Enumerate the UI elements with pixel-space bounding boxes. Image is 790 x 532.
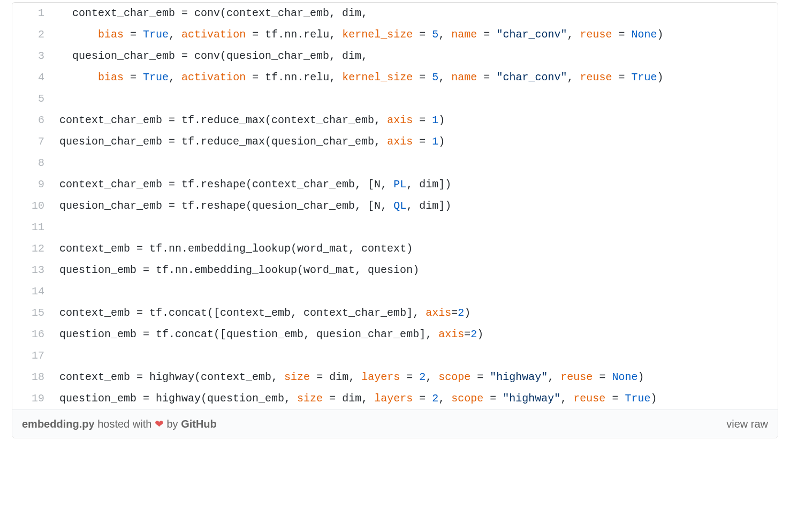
code-token: [477, 71, 483, 83]
code-token: "char_conv": [496, 28, 567, 41]
code-token: context_emb: [59, 307, 136, 319]
code-token: [323, 392, 329, 405]
code-token: name: [451, 28, 477, 41]
filename-link[interactable]: embedding.py: [22, 418, 95, 430]
code-token: =: [419, 28, 426, 41]
code-token: tf.concat([question_emb, quesion_char_em…: [149, 328, 438, 340]
code-token: ,: [169, 28, 181, 41]
line-number[interactable]: 15: [12, 302, 52, 324]
code-cell: question_emb = tf.nn.embedding_lookup(wo…: [52, 260, 778, 281]
code-token: =: [130, 71, 136, 83]
code-token: ,: [169, 71, 181, 83]
line-number[interactable]: 5: [12, 88, 52, 110]
code-cell: question_emb = tf.concat([question_emb, …: [52, 324, 778, 345]
code-token: True: [625, 392, 650, 405]
code-token: =: [316, 371, 323, 383]
code-token: 2: [470, 328, 477, 340]
code-token: tf.reduce_max(context_char_emb,: [175, 114, 387, 126]
code-token: ,: [560, 392, 573, 405]
code-token: [483, 371, 490, 383]
code-token: =: [252, 71, 259, 83]
line-number[interactable]: 17: [12, 345, 52, 367]
code-token: =: [252, 28, 259, 41]
code-line: 9context_char_emb = tf.reshape(context_c…: [12, 174, 778, 195]
code-cell: bias = True, activation = tf.nn.relu, ke…: [52, 24, 778, 45]
code-token: [59, 71, 98, 83]
line-number[interactable]: 10: [12, 195, 52, 217]
code-cell: context_emb = tf.nn.embedding_lookup(wor…: [52, 238, 778, 260]
code-token: True: [143, 28, 169, 41]
line-number[interactable]: 6: [12, 110, 52, 131]
footer-meta: embedding.py hosted with ❤ by GitHub: [22, 417, 217, 430]
code-token: axis: [438, 328, 464, 340]
code-token: [426, 28, 432, 41]
code-token: =: [451, 307, 458, 319]
code-token: ,: [548, 371, 560, 383]
code-cell: quesion_char_emb = conv(quesion_char_emb…: [52, 45, 778, 67]
code-token: =: [477, 371, 483, 383]
code-token: ,: [567, 71, 580, 83]
line-number[interactable]: 2: [12, 24, 52, 45]
code-scroll-area[interactable]: 1 context_char_emb = conv(context_char_e…: [12, 3, 778, 409]
code-token: [413, 135, 419, 148]
code-line: 6context_char_emb = tf.reduce_max(contex…: [12, 110, 778, 131]
code-token: =: [406, 371, 413, 383]
code-token: [413, 371, 419, 383]
code-token: [625, 28, 631, 41]
code-line: 16question_emb = tf.concat([question_emb…: [12, 324, 778, 345]
line-number[interactable]: 13: [12, 260, 52, 281]
line-number[interactable]: 16: [12, 324, 52, 345]
code-token: axis: [387, 135, 413, 148]
code-token: axis: [426, 307, 451, 319]
line-number[interactable]: 7: [12, 131, 52, 153]
code-token: [426, 71, 432, 83]
code-token: True: [631, 71, 657, 83]
line-number[interactable]: 12: [12, 238, 52, 260]
code-token: [618, 392, 625, 405]
code-token: =: [419, 135, 426, 148]
code-token: True: [143, 71, 169, 83]
code-cell: [52, 88, 778, 110]
code-token: "highway": [503, 392, 560, 405]
code-token: =: [599, 371, 605, 383]
code-line: 1 context_char_emb = conv(context_char_e…: [12, 3, 778, 24]
line-number[interactable]: 1: [12, 3, 52, 24]
line-number[interactable]: 18: [12, 367, 52, 388]
line-number[interactable]: 3: [12, 45, 52, 67]
footer-hosted-text: hosted with: [95, 418, 155, 430]
code-line: 7quesion_char_emb = tf.reduce_max(quesio…: [12, 131, 778, 153]
github-link[interactable]: GitHub: [181, 418, 217, 430]
line-number[interactable]: 14: [12, 281, 52, 302]
code-cell: quesion_char_emb = tf.reduce_max(quesion…: [52, 131, 778, 153]
footer-by-text: by: [164, 418, 181, 430]
code-token: tf.reduce_max(quesion_char_emb,: [175, 135, 387, 148]
line-number[interactable]: 19: [12, 388, 52, 409]
code-token: quesion_char_emb: [59, 135, 169, 148]
code-token: 2: [432, 392, 438, 405]
code-cell: [52, 345, 778, 367]
code-token: [124, 71, 130, 83]
code-token: highway(context_emb,: [143, 371, 284, 383]
line-number[interactable]: 11: [12, 217, 52, 238]
code-token: tf.nn.relu,: [259, 28, 342, 41]
code-token: =: [136, 371, 143, 383]
code-token: conv(quesion_char_emb, dim,: [188, 50, 368, 62]
code-token: ,: [567, 28, 580, 41]
code-cell: [52, 217, 778, 238]
code-token: layers: [374, 392, 413, 405]
code-token: [59, 28, 98, 41]
code-token: QL: [393, 200, 406, 212]
line-number[interactable]: 8: [12, 153, 52, 174]
code-token: reuse: [560, 371, 592, 383]
code-token: context_char_emb: [59, 114, 169, 126]
code-token: [612, 71, 618, 83]
line-number[interactable]: 9: [12, 174, 52, 195]
line-number[interactable]: 4: [12, 67, 52, 88]
code-line: 13question_emb = tf.nn.embedding_lookup(…: [12, 260, 778, 281]
code-token: size: [284, 371, 310, 383]
code-token: =: [612, 392, 618, 405]
code-token: [246, 28, 252, 41]
code-line: 17: [12, 345, 778, 367]
view-raw-link[interactable]: view raw: [726, 418, 768, 430]
code-token: =: [169, 200, 175, 212]
